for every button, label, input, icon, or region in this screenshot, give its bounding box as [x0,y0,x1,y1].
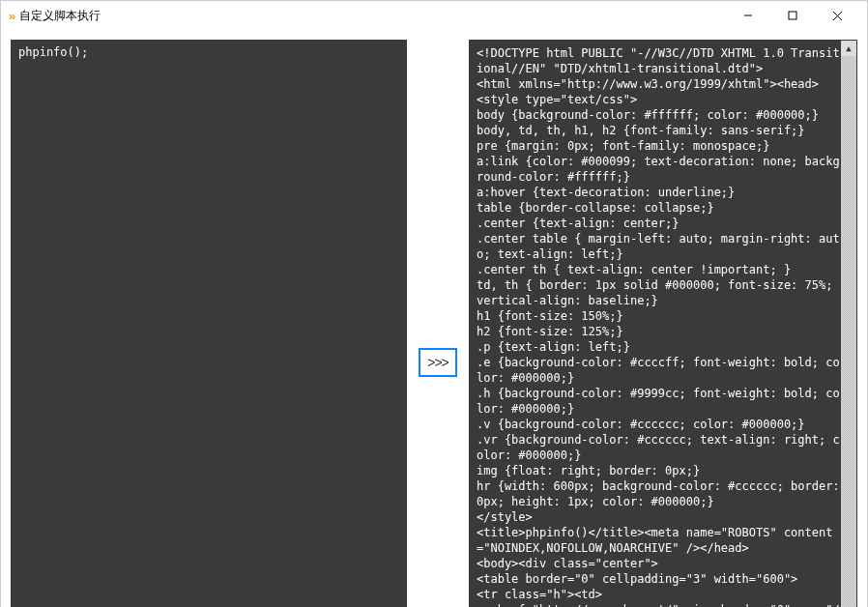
app-icon: » [9,9,14,23]
titlebar: » 自定义脚本执行 [1,1,867,30]
app-window: » 自定义脚本执行 phpinfo(); >>> <!DOCTYPE html … [0,0,868,607]
execute-button-label: >>> [427,355,448,370]
svg-rect-1 [789,12,796,19]
window-title: 自定义脚本执行 [19,8,726,24]
scroll-up-arrow[interactable]: ▲ [841,41,856,56]
script-code: phpinfo(); [18,45,399,59]
output-text: <!DOCTYPE html PUBLIC "-//W3C//DTD XHTML… [477,45,840,607]
close-button[interactable] [815,1,859,30]
window-controls [726,1,859,30]
middle-column: >>> [415,40,461,607]
minimize-button[interactable] [726,1,770,30]
execute-button[interactable]: >>> [419,348,457,377]
output-panel: <!DOCTYPE html PUBLIC "-//W3C//DTD XHTML… [469,40,857,607]
scroll-thumb[interactable] [842,56,855,75]
content-area: phpinfo(); >>> <!DOCTYPE html PUBLIC "-/… [1,30,867,607]
maximize-button[interactable] [770,1,815,30]
output-scrollbar[interactable]: ▲ ▼ [841,41,856,607]
script-input-panel[interactable]: phpinfo(); [11,40,407,607]
